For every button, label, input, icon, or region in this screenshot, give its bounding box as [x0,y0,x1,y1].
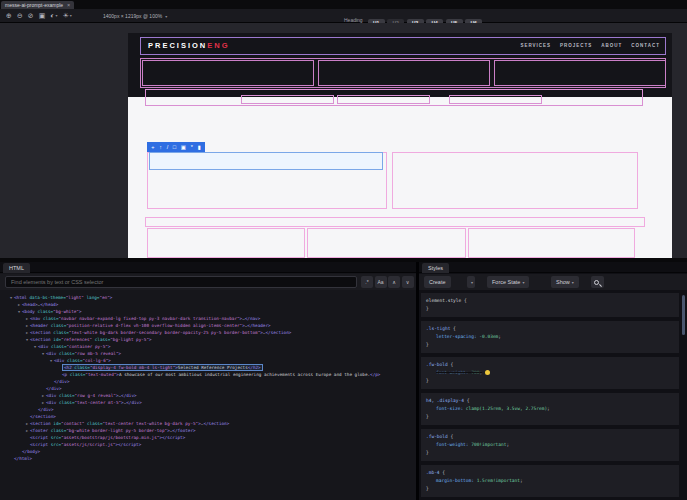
tab-html[interactable]: HTML [3,263,30,273]
zoom-out-icon[interactable]: ⊖ [17,11,23,21]
tree-row[interactable]: <script src="assets/bootstrap/js/bootstr… [0,434,410,441]
case-toggle[interactable]: Aa [375,276,387,288]
tree-row[interactable]: ▼<div class="col-lg-6"> [0,357,410,364]
disable-cache-icon[interactable]: ⊘ [28,11,34,21]
tree-row[interactable]: </html> [0,455,410,462]
zoom-in-icon[interactable]: ⊕ [6,11,12,21]
frame-icon[interactable]: □ [173,142,176,152]
node-markup[interactable]: </body> [22,449,40,454]
tree-row[interactable]: ▶<section id="contact" class="text-cente… [0,420,410,427]
node-markup[interactable]: <div class="col-lg-6"> [54,358,111,363]
css-declaration[interactable]: font-size: clamp(1.25rem, 3.5vw, 2.75rem… [426,405,674,413]
screenshot-icon[interactable]: ▣ [39,11,46,21]
css-declaration[interactable]: letter-spacing: -0.03em; [426,333,674,341]
node-markup[interactable]: <div class="text-center mt-5">…</div> [46,400,142,405]
tab-title: messe-ai-prompt-example [5,1,63,9]
node-markup[interactable]: <p class="text-muted">A showcase of our … [62,372,380,377]
node-markup[interactable]: </html> [14,456,32,461]
node-markup[interactable]: </div> [46,386,62,391]
tree-row[interactable]: ▶<header class="position-relative d-flex… [0,322,410,329]
styles-panel-tabstrip: Styles [419,262,687,273]
next-result[interactable]: ∨ [402,276,414,288]
tree-row[interactable]: ▶<footer class="bg-white border-light py… [0,427,410,434]
node-markup[interactable]: <section class="text-white bg-dark borde… [30,330,291,335]
page-nav-link-services[interactable]: SERVICES [520,43,551,48]
node-markup[interactable]: </section> [30,414,56,419]
styles-scrollbar[interactable] [682,293,685,493]
node-markup[interactable]: <script src="assets/js/script.js"></scri… [30,442,141,447]
rule-selector[interactable]: .mb-4 { [426,469,674,477]
rdm-toolbar: ⊕⊖⊘▣◐▾☀▾ 1400px × 1219px @ 100%▾ Heading… [0,9,687,23]
tree-row[interactable]: <h2 class="display-4 fw-bold mb-4 ls-tig… [0,364,410,371]
node-markup[interactable]: <html data-bs-theme="light" lang="en"> [14,295,112,300]
selected-node[interactable]: <h2 class="display-4 fw-bold mb-4 ls-tig… [62,364,263,371]
tab-close-icon[interactable]: × [67,1,70,9]
rule-selector[interactable]: element.style { [426,297,674,305]
node-markup[interactable]: <head>…</head> [22,302,58,307]
tree-row[interactable]: ▼<div class="container py-5"> [0,343,410,350]
rule-selector[interactable]: .fw-bold { [426,361,674,369]
node-markup[interactable]: <script src="assets/bootstrap/js/bootstr… [30,435,185,440]
tree-row[interactable]: <script src="assets/js/script.js"></scri… [0,441,410,448]
theme-icon[interactable]: ◐▾ [50,11,57,21]
rule-close-brace: } [426,485,674,493]
tree-row[interactable]: ▶<section class="text-white bg-dark bord… [0,329,410,336]
tree-row[interactable]: </div> [0,378,410,385]
viewport-size-display[interactable]: 1400px × 1219px @ 100%▾ [103,12,167,21]
create-caret-button[interactable]: ▾ [467,276,475,288]
browser-viewport: PRECISIONENG SERVICESPROJECTSABOUTCONTAC… [0,23,687,258]
tree-row[interactable]: </div> [0,385,410,392]
css-rules-list: element.style {}.ls-tight {letter-spacin… [421,293,679,500]
node-markup[interactable]: </div> [54,379,70,384]
node-markup[interactable]: <div class="row mb-5 reveal"> [46,351,121,356]
create-button[interactable]: Create [424,276,451,288]
selected-element-overlay[interactable] [149,152,383,170]
move-icon[interactable]: + [151,142,154,152]
tree-row[interactable]: ▼<html data-bs-theme="light" lang="en"> [0,294,410,301]
rule-selector[interactable]: .ls-tight { [426,325,674,333]
page-nav-link-contact[interactable]: CONTACT [631,43,660,48]
styles-search-button[interactable] [591,276,604,288]
rule-selector[interactable]: .fw-bold { [426,433,674,441]
tree-row[interactable]: ▶<head>…</head> [0,301,410,308]
search-input[interactable] [5,276,357,288]
grid-highlight-box [145,217,645,227]
css-declaration[interactable]: margin-bottom: 1.5rem!important; [426,477,674,485]
delete-icon[interactable]: ▮ [198,142,201,152]
tree-row[interactable]: </section> [0,413,410,420]
edit-icon[interactable]: / [167,142,169,152]
node-markup[interactable]: <footer class="bg-white border-light py-… [30,428,196,433]
node-markup[interactable]: <nav class="navbar navbar-expand-lg fixe… [30,316,260,321]
prev-result[interactable]: ∧ [388,276,400,288]
duplicate-icon[interactable]: ▣ [181,142,186,152]
node-markup[interactable]: <section id="references" class="bg-light… [30,337,152,342]
node-markup[interactable]: <body class="bg-white"> [22,309,82,314]
page-nav-link-projects[interactable]: PROJECTS [560,43,592,48]
node-markup[interactable]: <header class="position-relative d-flex … [30,323,271,328]
tree-row[interactable]: ▶<nav class="navbar navbar-expand-lg fix… [0,315,410,322]
regex-toggle[interactable]: .* [361,276,373,288]
settings-icon[interactable]: * [191,142,193,152]
css-declaration[interactable]: font-weight: 700!important; [426,441,674,449]
tree-row[interactable]: ▼<div class="row mb-5 reveal"> [0,350,410,357]
css-declaration[interactable]: font-weight: 700; [426,369,674,377]
tree-row[interactable]: </body> [0,448,410,455]
force-state-button[interactable]: Force State▾ [487,276,529,288]
lighting-icon[interactable]: ☀▾ [63,11,72,21]
node-markup[interactable]: <div class="container py-5"> [38,344,110,349]
tree-row[interactable]: ▶<div class="text-center mt-5">…</div> [0,399,410,406]
tab-styles[interactable]: Styles [422,263,449,273]
select-parent-icon[interactable]: ↑ [159,142,162,152]
show-button[interactable]: Show▾ [551,276,579,288]
node-markup[interactable]: <section id="contact" class="text-center… [30,421,229,426]
browser-tab[interactable]: messe-ai-prompt-example × [1,1,74,9]
node-markup[interactable]: <div class="row g-4 reveal">…</div> [46,393,137,398]
node-markup[interactable]: </div> [38,407,54,412]
tree-row[interactable]: ▶<div class="row g-4 reveal">…</div> [0,392,410,399]
tree-row[interactable]: </div> [0,406,410,413]
tree-row[interactable]: ▼<body class="bg-white"> [0,308,410,315]
rule-selector[interactable]: h4, .display-4 { [426,397,674,405]
tree-row[interactable]: <p class="text-muted">A showcase of our … [0,371,410,378]
page-nav-link-about[interactable]: ABOUT [601,43,622,48]
tree-row[interactable]: ▼<section id="references" class="bg-ligh… [0,336,410,343]
